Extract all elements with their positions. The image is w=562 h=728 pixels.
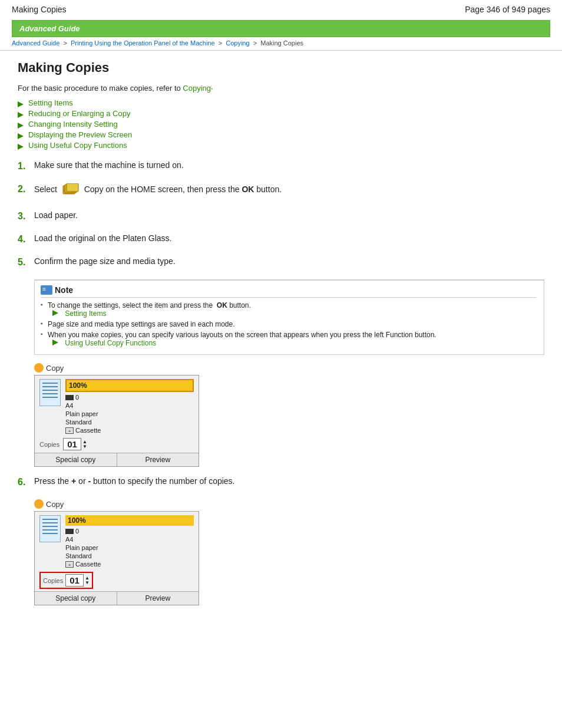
breadcrumb-printing[interactable]: Printing Using the Operation Panel of th… <box>71 39 215 47</box>
intensity-icon-2 <box>65 529 74 534</box>
copies-row-1: Copies 01 ▲ ▼ <box>35 436 199 453</box>
step-5-text: Confirm the page size and media type. <box>34 256 544 266</box>
paper-type-row-1: Plain paper <box>65 410 194 418</box>
step-2-num: 2. <box>18 183 34 195</box>
list-item: Reducing or Enlarging a Copy <box>18 109 544 118</box>
copies-arrows-2: ▲ ▼ <box>85 576 90 585</box>
preview-btn-1[interactable]: Preview <box>117 453 199 466</box>
step-6-text: Press the + or - button to specify the n… <box>34 476 544 486</box>
note-header: Note <box>41 285 537 298</box>
arrow-icon <box>52 339 61 345</box>
intro-copying-link[interactable]: Copying <box>183 84 211 93</box>
step-3-text: Load paper. <box>34 210 544 220</box>
note-link-setting-items[interactable]: Setting Items <box>65 309 106 318</box>
copies-arrows-1: ▲ ▼ <box>82 440 87 449</box>
step-5: 5. Confirm the page size and media type. <box>18 256 544 268</box>
breadcrumb: Advanced Guide > Printing Using the Oper… <box>0 37 562 51</box>
step-3-num: 3. <box>18 210 34 222</box>
list-item: Displaying the Preview Screen <box>18 130 544 139</box>
copy-screen-1-footer: Special copy Preview <box>35 453 199 466</box>
note-title: Note <box>55 285 73 295</box>
copy-screen-2-footer: Special copy Preview <box>35 591 199 605</box>
copy-screen-1-label: Copy <box>34 363 544 373</box>
down-arrow-1[interactable]: ▼ <box>82 444 87 449</box>
intro-text-before: For the basic procedure to make copies, … <box>18 84 183 93</box>
step-6-before: Press the <box>34 476 71 486</box>
step-2-ok: OK <box>242 185 254 194</box>
copy-screen-icon-1 <box>34 363 44 373</box>
copies-value-1: 01 ▲ ▼ <box>63 438 87 450</box>
step-2-text-after: Copy on the HOME screen, then press the <box>84 185 242 194</box>
copy-screen-2: 100% 0 A4 Plain paper Standard + Cassett… <box>34 511 199 605</box>
link-changing-intensity[interactable]: Changing Intensity Setting <box>28 120 118 129</box>
note-link-useful-copy[interactable]: Using Useful Copy Functions <box>65 339 156 347</box>
link-setting-items[interactable]: Setting Items <box>28 98 73 107</box>
cassette-icon-2: + <box>65 561 74 568</box>
special-copy-btn-1[interactable]: Special copy <box>35 453 117 466</box>
special-copy-btn-2[interactable]: Special copy <box>35 592 117 605</box>
link-useful-copy[interactable]: Using Useful Copy Functions <box>28 141 127 150</box>
list-item: Setting Items <box>18 98 544 107</box>
copy-screen-icon-2 <box>34 499 44 509</box>
list-item: To change the settings, select the item … <box>41 301 537 318</box>
list-item: Page size and media type settings are sa… <box>41 320 537 328</box>
list-item: Using Useful Copy Functions <box>18 141 544 150</box>
copy-screen-2-title: Copy <box>46 500 64 509</box>
copies-row-2: Copies 01 ▲ ▼ <box>35 569 199 591</box>
step-5-num: 5. <box>18 256 34 268</box>
arrow-icon <box>18 143 26 149</box>
arrow-icon <box>18 111 26 117</box>
copy-screen-1-details: 100% 0 A4 Plain paper Standard + Cassett… <box>65 379 194 434</box>
step-1-num: 1. <box>18 160 34 172</box>
doc-icon-2 <box>39 515 61 542</box>
copies-label-1: Copies <box>39 441 59 448</box>
topic-links: Setting Items Reducing or Enlarging a Co… <box>18 98 544 150</box>
step-4-num: 4. <box>18 233 34 245</box>
preview-btn-2[interactable]: Preview <box>117 592 199 605</box>
copies-highlighted-box: Copies 01 ▲ ▼ <box>39 572 93 589</box>
page-document-title: Making Copies <box>12 5 67 14</box>
note-item-2: Page size and media type settings are sa… <box>48 320 235 328</box>
list-item: Changing Intensity Setting <box>18 120 544 129</box>
intensity-icon-1 <box>65 395 74 400</box>
copies-num-1: 01 <box>63 438 81 450</box>
advanced-guide-header: Advanced Guide <box>12 20 550 37</box>
intensity-row-1: 0 <box>65 393 194 401</box>
paper-size-row-1: A4 <box>65 401 194 410</box>
arrow-icon <box>18 121 26 127</box>
link-preview-screen[interactable]: Displaying the Preview Screen <box>28 130 132 139</box>
copy-icon <box>62 183 80 196</box>
intensity-row-2: 0 <box>65 527 194 535</box>
link-reducing-enlarging[interactable]: Reducing or Enlarging a Copy <box>28 109 130 118</box>
breadcrumb-copying[interactable]: Copying <box>226 39 249 47</box>
quality-row-1: Standard <box>65 418 194 426</box>
main-content: Making Copies For the basic procedure to… <box>0 51 562 627</box>
down-arrow-2[interactable]: ▼ <box>85 581 90 585</box>
arrow-icon <box>18 100 26 106</box>
step-2-text: Select Copy on the HOME screen, then pre… <box>34 183 544 196</box>
step-6-after: button to specify the number of copies. <box>91 476 234 486</box>
breadcrumb-advanced-guide[interactable]: Advanced Guide <box>12 39 59 47</box>
step-1: 1. Make sure that the machine is turned … <box>18 160 544 172</box>
note-items: To change the settings, select the item … <box>41 301 537 347</box>
magnification-row-1: 100% <box>65 379 194 392</box>
copy-screen-2-wrap: Copy 100% <box>34 499 544 605</box>
svg-rect-2 <box>67 183 78 192</box>
paper-size-row-2: A4 <box>65 535 194 543</box>
page-title: Making Copies <box>18 60 544 75</box>
top-bar: Making Copies Page 346 of 949 pages <box>0 0 562 17</box>
copy-screen-1-wrap: Copy 100% <box>34 363 544 467</box>
step-2: 2. Select Copy on the HOME screen, then … <box>18 183 544 196</box>
step-4-text: Load the original on the Platen Glass. <box>34 233 544 243</box>
quality-row-2: Standard <box>65 552 194 560</box>
cassette-row-2: + Cassette <box>65 560 194 568</box>
breadcrumb-current: Making Copies <box>260 39 303 47</box>
copy-screen-1-title: Copy <box>46 364 64 373</box>
step-3: 3. Load paper. <box>18 210 544 222</box>
copy-screen-2-label: Copy <box>34 499 544 509</box>
step-4: 4. Load the original on the Platen Glass… <box>18 233 544 245</box>
step-6: 6. Press the + or - button to specify th… <box>18 476 544 487</box>
cassette-row-1: + Cassette <box>65 426 194 434</box>
list-item: When you make copies, you can specify va… <box>41 331 537 347</box>
arrow-icon <box>18 132 26 138</box>
